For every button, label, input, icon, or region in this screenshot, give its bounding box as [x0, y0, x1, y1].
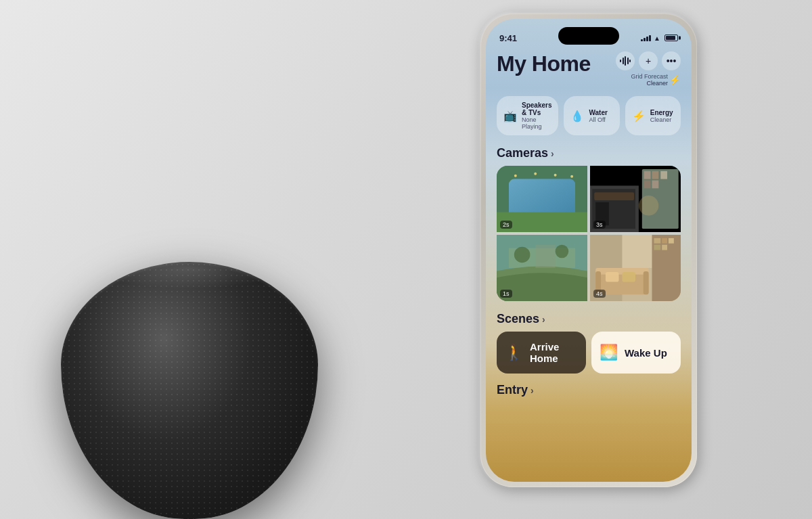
header-right: + ••• Grid Forecast Cleaner	[616, 51, 681, 87]
svg-rect-11	[644, 171, 651, 179]
entry-label: Entry	[497, 383, 528, 397]
energy-icon: ⚡	[632, 110, 646, 122]
arrive-home-label: Arrive Home	[530, 341, 578, 364]
grid-forecast-label: Grid Forecast	[631, 73, 668, 80]
grid-forecast-value: Cleaner	[631, 80, 668, 87]
speakers-tile-name: Speakers & TVs	[522, 101, 551, 116]
scenes-chevron: ›	[542, 314, 545, 325]
homepod-device	[41, 113, 365, 519]
dynamic-island	[558, 27, 619, 45]
wake-up-icon: 🌅	[600, 344, 618, 361]
iphone-screen: 9:41 ▲	[486, 19, 692, 482]
home-header: My Home	[497, 51, 681, 87]
camera-2-time: 3s	[593, 221, 606, 229]
camera-garden[interactable]: 1s	[497, 235, 587, 301]
scenes-label: Scenes	[497, 312, 539, 326]
svg-point-25	[514, 247, 531, 263]
energy-tile-name: Energy	[650, 109, 673, 116]
svg-point-3	[514, 175, 517, 177]
content-area: My Home	[486, 51, 692, 482]
status-time: 9:41	[499, 33, 517, 43]
iphone-frame: 9:41 ▲	[480, 14, 697, 487]
svg-rect-37	[595, 268, 648, 275]
svg-rect-35	[662, 245, 667, 250]
water-tile-name: Water	[589, 109, 607, 116]
signal-icon	[641, 35, 651, 41]
arrive-home-icon: 🚶	[505, 344, 523, 361]
camera-indoor[interactable]: 3s	[590, 166, 681, 232]
lightning-icon: ⚡	[669, 74, 681, 85]
scenes-row: 🚶 Arrive Home 🌅 Wake Up	[497, 332, 681, 374]
svg-point-6	[570, 175, 573, 178]
water-tile-status: All Off	[589, 116, 607, 123]
svg-rect-32	[662, 238, 667, 244]
svg-rect-39	[644, 271, 649, 294]
quick-tiles-row: 📺 Speakers & TVs None Playing 💧 Water Al…	[497, 96, 681, 135]
status-icons: ▲	[641, 35, 678, 42]
svg-rect-24	[535, 245, 555, 268]
wifi-icon: ▲	[654, 35, 660, 42]
entry-chevron: ›	[531, 385, 534, 396]
svg-rect-15	[652, 181, 659, 189]
speakers-icon: 📺	[503, 110, 517, 122]
homepod-mesh	[61, 262, 318, 519]
camera-3-time: 1s	[500, 290, 512, 298]
add-icon: +	[646, 55, 651, 66]
cameras-label: Cameras	[497, 146, 548, 160]
wake-up-scene[interactable]: 🌅 Wake Up	[591, 332, 681, 374]
water-tile[interactable]: 💧 Water All Off	[564, 96, 619, 135]
svg-rect-34	[654, 245, 660, 250]
scenes-section-header[interactable]: Scenes ›	[497, 312, 681, 326]
camera-grid: 2s	[497, 166, 681, 301]
speakers-tile-status: None Playing	[522, 116, 551, 130]
svg-rect-41	[622, 272, 635, 282]
svg-rect-31	[654, 238, 660, 244]
water-icon: 💧	[570, 110, 584, 122]
svg-rect-14	[644, 181, 651, 189]
energy-tile-status: Cleaner	[650, 116, 673, 123]
battery-icon	[664, 35, 678, 41]
wake-up-label: Wake Up	[625, 347, 667, 359]
more-button[interactable]: •••	[662, 51, 681, 70]
svg-rect-13	[660, 171, 667, 179]
cameras-section-header[interactable]: Cameras ›	[497, 146, 681, 160]
iphone-device: 9:41 ▲	[480, 14, 697, 487]
energy-tile[interactable]: ⚡ Energy Cleaner	[625, 96, 681, 135]
svg-rect-40	[606, 272, 619, 282]
svg-point-5	[554, 174, 557, 177]
svg-rect-12	[652, 171, 659, 179]
waveform-icon	[620, 55, 631, 66]
svg-rect-33	[669, 238, 674, 244]
svg-rect-19	[594, 192, 634, 200]
more-icon: •••	[667, 55, 677, 66]
page-title: My Home	[497, 51, 591, 76]
arrive-home-scene[interactable]: 🚶 Arrive Home	[497, 332, 586, 374]
camera-living-room[interactable]: 4s	[590, 235, 681, 301]
camera-1-time: 2s	[500, 221, 512, 229]
add-button[interactable]: +	[639, 51, 658, 70]
speakers-tile[interactable]: 📺 Speakers & TVs None Playing	[497, 96, 558, 135]
camera-pool[interactable]: 2s	[497, 166, 587, 232]
header-actions: + •••	[616, 51, 681, 70]
camera-4-time: 4s	[593, 290, 606, 298]
svg-point-4	[534, 173, 537, 175]
waveform-button[interactable]	[616, 51, 635, 70]
entry-section-header[interactable]: Entry ›	[497, 383, 681, 397]
grid-forecast-widget[interactable]: Grid Forecast Cleaner ⚡	[631, 73, 681, 87]
cameras-chevron: ›	[551, 148, 554, 159]
svg-point-20	[639, 196, 658, 215]
homepod-body	[61, 262, 318, 519]
svg-point-26	[556, 245, 569, 258]
